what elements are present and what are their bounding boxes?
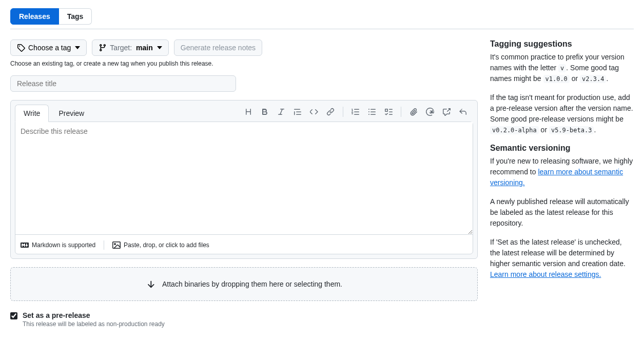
tag-icon <box>17 44 25 52</box>
tab-releases[interactable]: Releases <box>10 8 59 25</box>
prerelease-option: Set as a pre-release This release will b… <box>10 311 478 328</box>
semver-paragraph-2: A newly published release will automatic… <box>490 196 634 229</box>
nav-tabs: Releases Tags <box>10 8 634 25</box>
git-branch-icon <box>99 44 107 52</box>
ordered-list-icon[interactable] <box>348 105 363 119</box>
image-icon <box>112 241 121 249</box>
italic-icon[interactable] <box>274 105 288 119</box>
semver-paragraph-1: If you're new to releasing software, we … <box>490 156 634 188</box>
cross-reference-icon[interactable] <box>439 105 454 119</box>
toolbar-separator <box>401 107 401 117</box>
release-title-input[interactable] <box>10 75 236 92</box>
editor-tab-write[interactable]: Write <box>15 105 49 122</box>
footer-separator <box>104 240 104 250</box>
markdown-icon <box>21 241 29 249</box>
generate-release-notes-button[interactable]: Generate release notes <box>174 39 262 56</box>
target-label: Target: <box>110 44 132 52</box>
tagging-heading: Tagging suggestions <box>490 39 634 49</box>
reply-icon[interactable] <box>456 105 470 119</box>
prerelease-description: This release will be labeled as non-prod… <box>23 320 165 328</box>
tab-tags[interactable]: Tags <box>59 8 92 25</box>
semver-paragraph-3: If 'Set as the latest release' is unchec… <box>490 237 634 280</box>
editor-tab-preview[interactable]: Preview <box>50 105 93 122</box>
release-toolbar: Choose a tag Target: main Generate relea… <box>10 39 478 56</box>
toolbar-separator <box>343 107 343 117</box>
task-list-icon[interactable] <box>381 105 396 119</box>
choose-tag-label: Choose a tag <box>28 44 71 52</box>
tag-hint: Choose an existing tag, or create a new … <box>10 60 478 67</box>
code-icon[interactable] <box>307 105 321 119</box>
mention-icon[interactable] <box>423 105 437 119</box>
markdown-supported-link[interactable]: Markdown is supported <box>21 241 95 249</box>
divider <box>10 29 634 29</box>
release-description-textarea[interactable] <box>15 122 473 235</box>
caret-down-icon <box>75 46 80 49</box>
attachment-icon[interactable] <box>406 105 421 119</box>
choose-tag-button[interactable]: Choose a tag <box>10 39 87 56</box>
arrow-down-icon <box>146 279 156 289</box>
dropzone-label: Attach binaries by dropping them here or… <box>162 280 342 288</box>
sidebar: Tagging suggestions It's common practice… <box>490 39 634 328</box>
quote-icon[interactable] <box>290 105 305 119</box>
target-value: main <box>136 44 153 52</box>
tagging-paragraph-2: If the tag isn't meant for production us… <box>490 92 634 135</box>
link-icon[interactable] <box>323 105 338 119</box>
heading-icon[interactable] <box>241 105 256 119</box>
semver-heading: Semantic versioning <box>490 144 634 153</box>
bold-icon[interactable] <box>258 105 272 119</box>
description-editor: Write Preview <box>10 100 478 259</box>
caret-down-icon <box>157 46 162 49</box>
attach-binaries-dropzone[interactable]: Attach binaries by dropping them here or… <box>10 267 478 301</box>
unordered-list-icon[interactable] <box>365 105 379 119</box>
prerelease-label: Set as a pre-release <box>23 311 165 319</box>
prerelease-checkbox[interactable] <box>10 312 17 319</box>
tagging-paragraph-1: It's common practice to prefix your vers… <box>490 52 634 84</box>
add-files-link[interactable]: Paste, drop, or click to add files <box>112 241 209 249</box>
target-branch-button[interactable]: Target: main <box>92 39 169 56</box>
release-settings-link[interactable]: Learn more about release settings. <box>490 270 601 278</box>
